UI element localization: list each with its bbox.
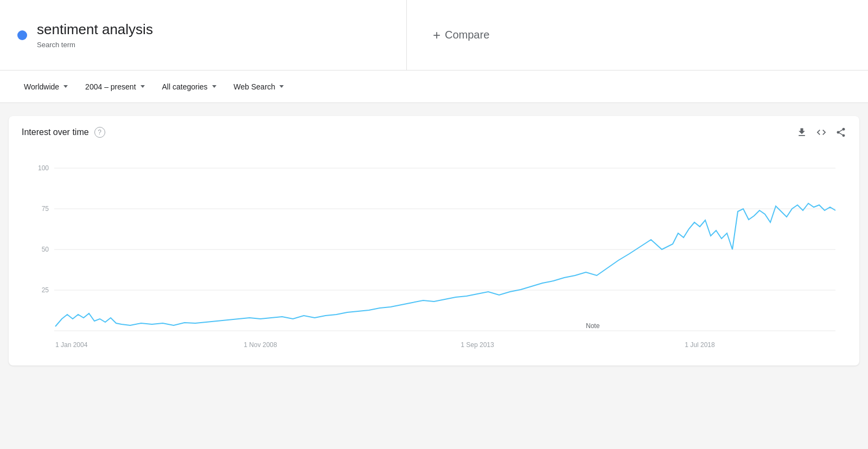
compare-plus-icon: +: [433, 28, 441, 43]
period-chevron-icon: [141, 85, 145, 88]
x-label-2004: 1 Jan 2004: [55, 341, 88, 349]
search-term-color-dot: [17, 30, 27, 40]
top-bar: sentiment analysis Search term + Compare: [0, 0, 868, 70]
compare-button[interactable]: + Compare: [433, 28, 489, 43]
category-chevron-icon: [212, 85, 216, 88]
region-filter[interactable]: Worldwide: [17, 78, 74, 95]
filters-bar: Worldwide 2004 – present All categories …: [0, 70, 868, 103]
y-label-50: 50: [42, 246, 49, 253]
period-filter[interactable]: 2004 – present: [79, 78, 151, 95]
category-filter[interactable]: All categories: [156, 78, 223, 95]
search-type-filter[interactable]: Web Search: [227, 78, 291, 95]
chart-title-section: Interest over time ?: [22, 127, 105, 138]
trend-chart: 100 75 50 25 1 Jan 2004 1 Nov 2008 1 Sep…: [22, 146, 846, 352]
y-label-75: 75: [42, 205, 49, 213]
chart-card: Interest over time ?: [9, 116, 859, 365]
period-filter-label: 2004 – present: [85, 82, 136, 91]
y-label-25: 25: [42, 286, 49, 294]
note-label: Note: [586, 322, 600, 330]
x-label-2013: 1 Sep 2013: [461, 341, 494, 349]
search-term-section: sentiment analysis Search term: [0, 0, 407, 70]
chart-actions: [796, 127, 846, 138]
region-chevron-icon: [63, 85, 68, 88]
main-content: Interest over time ?: [0, 107, 868, 374]
search-type-chevron-icon: [279, 85, 284, 88]
chart-area: 100 75 50 25 1 Jan 2004 1 Nov 2008 1 Sep…: [22, 146, 846, 352]
search-term-type: Search term: [37, 41, 153, 49]
search-type-filter-label: Web Search: [234, 82, 276, 91]
region-filter-label: Worldwide: [24, 82, 59, 91]
y-label-100: 100: [38, 164, 49, 172]
help-icon[interactable]: ?: [94, 127, 105, 138]
search-term-text: sentiment analysis Search term: [37, 21, 153, 48]
category-filter-label: All categories: [162, 82, 208, 91]
compare-section: + Compare: [407, 0, 868, 70]
x-label-2018: 1 Jul 2018: [685, 341, 715, 349]
chart-header: Interest over time ?: [22, 127, 846, 138]
trend-polyline: [55, 203, 835, 326]
x-label-2008: 1 Nov 2008: [244, 341, 277, 349]
search-term-name: sentiment analysis: [37, 21, 153, 38]
embed-button[interactable]: [816, 127, 827, 138]
chart-title: Interest over time: [22, 127, 89, 137]
share-button[interactable]: [835, 127, 846, 138]
download-button[interactable]: [796, 127, 807, 138]
compare-label: Compare: [445, 29, 489, 41]
